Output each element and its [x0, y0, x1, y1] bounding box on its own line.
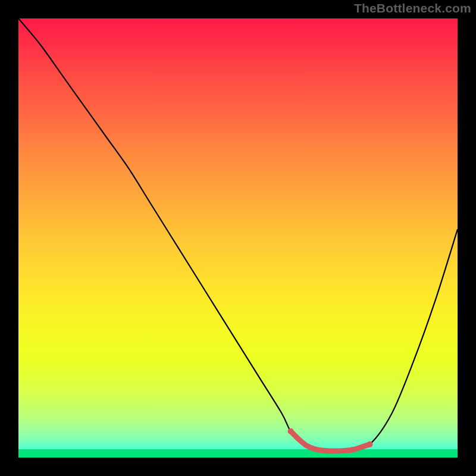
chart-container: TheBottleneck.com: [0, 0, 476, 476]
bottleneck-curve-svg: [18, 18, 458, 458]
bottleneck-curve: [18, 18, 458, 451]
optimal-range-end: [367, 441, 372, 447]
optimal-range-start: [288, 428, 294, 434]
watermark: TheBottleneck.com: [354, 1, 471, 15]
optimal-range-highlight: [291, 431, 370, 451]
plot-area: [18, 18, 458, 458]
